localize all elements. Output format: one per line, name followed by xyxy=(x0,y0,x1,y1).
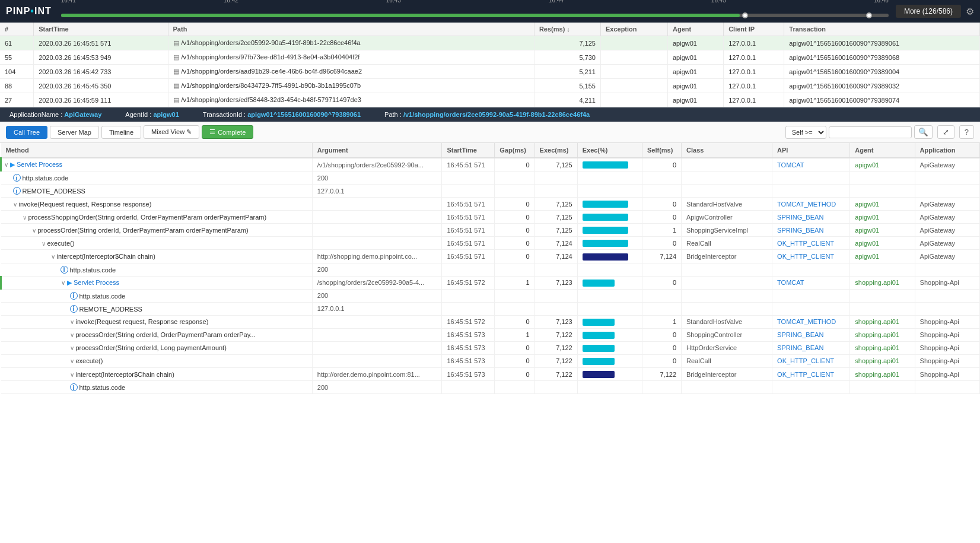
collapse-icon[interactable]: ∨ xyxy=(70,332,74,338)
tx-path: ▤/v1/shopping/orders/edf58448-32d3-454c-… xyxy=(168,93,534,107)
calltree-gap: 0 xyxy=(495,368,534,381)
server-map-tab[interactable]: Server Map xyxy=(50,126,99,139)
call-tree-tab[interactable]: Call Tree xyxy=(6,126,47,139)
agent-id-value: apigw01 xyxy=(153,111,179,118)
tx-clientip: 127.0.0.1 xyxy=(724,93,784,107)
calltree-agent xyxy=(850,185,915,198)
info-icon: i xyxy=(70,305,78,313)
info-bar: ApplicationName : ApiGateway AgentId : a… xyxy=(0,107,980,122)
calltree-class: ShoppingController xyxy=(682,328,772,341)
calltree-gap: 0 xyxy=(495,224,534,237)
calltree-self: 0 xyxy=(642,328,682,341)
col-execpct: Exec(%) xyxy=(577,143,642,158)
collapse-icon[interactable]: ∨ xyxy=(4,161,8,168)
calltree-exec: 7,125 xyxy=(534,198,577,211)
calltree-execpct xyxy=(577,172,642,185)
table-row[interactable]: 104 2020.03.26 16:45:42 733 ▤/v1/shoppin… xyxy=(0,65,980,79)
tx-num: 104 xyxy=(0,65,34,79)
filter-select[interactable]: Self >= All Self <= xyxy=(785,126,826,139)
calltree-exec: 7,124 xyxy=(534,250,577,263)
table-row[interactable]: 88 2020.03.26 16:45:45 350 ▤/v1/shopping… xyxy=(0,79,980,93)
collapse-icon[interactable]: ∨ xyxy=(13,201,17,208)
more-button[interactable]: More (126/586) xyxy=(896,5,961,18)
calltree-class: ShoppingServiceImpl xyxy=(682,224,772,237)
calltree-gap xyxy=(495,185,534,198)
tx-path: ▤/v1/shopping/orders/97fb73ee-d81d-4913-… xyxy=(168,50,534,65)
calltree-starttime xyxy=(442,381,495,394)
calltree-api xyxy=(772,263,850,276)
calltree-application xyxy=(915,381,979,394)
calltree-execpct xyxy=(577,224,642,237)
list-item: ∨invoke(Request request, Response respon… xyxy=(1,198,980,211)
tx-exception xyxy=(600,79,667,93)
path-field: Path : /v1/shopping/orders/2ce05992-90a5… xyxy=(384,111,590,118)
tx-agent: apigw01 xyxy=(667,79,723,93)
collapse-icon[interactable]: ∨ xyxy=(42,240,46,247)
collapse-icon[interactable]: ∨ xyxy=(70,358,74,364)
list-item: iREMOTE_ADDRESS 127.0.0.1 xyxy=(1,302,980,315)
calltree-class xyxy=(682,302,772,315)
calltree-argument xyxy=(312,198,442,211)
calltree-class: StandardHostValve xyxy=(682,315,772,328)
col-exception: Exception xyxy=(600,23,667,36)
calltree-api xyxy=(772,381,850,394)
calltree-agent: apigw01 xyxy=(850,211,915,224)
tx-id-value: apigw01^15651600160090^79389061 xyxy=(247,111,361,118)
table-row[interactable]: 61 2020.03.26 16:45:51 571 ▤/v1/shopping… xyxy=(0,36,980,50)
info-icon: i xyxy=(70,292,78,300)
calltree-application xyxy=(915,185,979,198)
method-name: http.status.code xyxy=(79,292,126,299)
search-button[interactable]: 🔍 xyxy=(914,125,933,139)
calltree-exec: 7,122 xyxy=(534,354,577,367)
info-icon: i xyxy=(13,187,21,195)
collapse-icon[interactable]: ∨ xyxy=(70,345,74,351)
tx-path: ▤/v1/shopping/orders/2ce05992-90a5-419f-… xyxy=(168,36,534,50)
table-row[interactable]: 55 2020.03.26 16:45:53 949 ▤/v1/shopping… xyxy=(0,50,980,65)
calltree-method: ∨▶Servlet Process xyxy=(1,276,313,289)
tx-starttime: 2020.03.26 16:45:42 733 xyxy=(34,65,168,79)
calltree-starttime: 16:45:51 572 xyxy=(442,276,495,289)
help-button[interactable]: ? xyxy=(959,125,974,139)
table-row[interactable]: 27 2020.03.26 16:45:59 111 ▤/v1/shopping… xyxy=(0,93,980,107)
collapse-icon[interactable]: ∨ xyxy=(70,371,74,378)
complete-button[interactable]: ☰ Complete xyxy=(202,125,253,139)
exec-bar xyxy=(583,358,615,365)
calltree-exec: 7,125 xyxy=(534,224,577,237)
tx-agent: apigw01 xyxy=(667,93,723,107)
calltree-exec xyxy=(534,185,577,198)
calltree-agent: shopping.api01 xyxy=(850,276,915,289)
tx-transaction: apigw01^15651600160090^79389068 xyxy=(784,50,980,65)
calltree-starttime: 16:45:51 572 xyxy=(442,315,495,328)
calltree-gap: 0 xyxy=(495,211,534,224)
tx-transaction: apigw01^15651600160090^79389061 xyxy=(784,36,980,50)
timeline-container[interactable]: 16:41 16:42 16:43 16:44 16:45 16:46 xyxy=(61,0,889,23)
calltree-execpct xyxy=(577,211,642,224)
collapse-icon[interactable]: ∨ xyxy=(23,214,27,221)
collapse-icon[interactable]: ∨ xyxy=(32,227,36,234)
calltree-method: ∨invoke(Request request, Response respon… xyxy=(1,315,313,328)
gear-button[interactable]: ⚙ xyxy=(966,6,974,17)
filter-input[interactable] xyxy=(829,126,912,138)
method-name: execute() xyxy=(76,357,103,364)
tx-agent: apigw01 xyxy=(667,50,723,65)
collapse-icon[interactable]: ∨ xyxy=(61,280,65,286)
collapse-icon[interactable]: ∨ xyxy=(51,253,55,260)
info-icon: i xyxy=(13,174,21,182)
calltree-application: ApiGateway xyxy=(915,198,979,211)
calltree-application xyxy=(915,172,979,185)
toolbar: Call Tree Server Map Timeline Mixed View… xyxy=(0,122,980,143)
timeline-tab[interactable]: Timeline xyxy=(101,126,141,139)
mixed-view-tab[interactable]: Mixed View ✎ xyxy=(144,125,199,139)
timeline-labels: 16:41 16:42 16:43 16:44 16:45 16:46 xyxy=(61,0,889,4)
calltree-execpct xyxy=(577,276,642,289)
col-transaction: Transaction xyxy=(784,23,980,36)
exec-bar xyxy=(583,345,615,352)
collapse-icon[interactable]: ∨ xyxy=(70,319,74,325)
tx-res: 7,125 xyxy=(534,36,600,50)
timeline-label-0: 16:41 xyxy=(61,0,76,4)
calltree-method: ∨processOrder(String orderId, Long payme… xyxy=(1,341,313,354)
col-starttime-ct: StartTime xyxy=(442,143,495,158)
calltree-agent xyxy=(850,302,915,315)
calltree-agent: apigw01 xyxy=(850,224,915,237)
expand-button[interactable]: ⤢ xyxy=(937,125,954,139)
